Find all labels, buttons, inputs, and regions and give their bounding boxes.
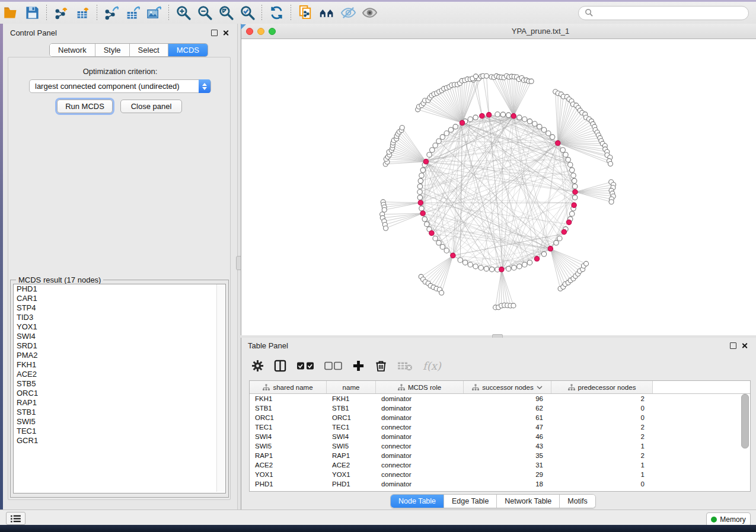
network-graph[interactable] [241,39,756,335]
table-row[interactable]: YOX1YOX1connector291 [250,470,750,479]
open-session-button[interactable] [0,4,21,22]
mcds-result-item[interactable]: PHD1 [14,284,225,294]
export-table-button[interactable] [122,4,143,22]
control-panel-header: Control Panel [3,24,237,41]
mcds-result-item[interactable]: SWI5 [14,417,225,427]
cell-successor-nodes: 47 [464,424,551,431]
mcds-result-item[interactable]: STP4 [14,303,225,313]
mcds-result-item[interactable]: ACE2 [14,370,225,379]
mcds-result-item[interactable]: RAP1 [14,398,225,408]
tab-network-table[interactable]: Network Table [497,495,560,508]
float-panel-icon[interactable] [211,30,218,36]
table-row[interactable]: RAP1RAP1dominator352 [250,451,750,460]
select-all-button[interactable] [296,360,314,372]
table-row[interactable]: SWI4SWI4dominator462 [250,432,750,441]
save-session-button[interactable] [21,4,43,22]
cell-name: YOX1 [327,471,376,478]
function-builder-button[interactable]: f(x) [423,360,441,372]
tab-edge-table[interactable]: Edge Table [444,495,497,508]
mcds-result-item[interactable]: CAR1 [14,294,225,303]
attribute-tree-icon [263,384,270,391]
columns-button[interactable] [274,360,286,372]
table-toolbar: f(x) [251,355,749,376]
cell-shared-name: PHD1 [250,480,327,488]
mcds-result-item[interactable]: FKH1 [14,360,225,370]
mcds-result-item[interactable]: ORC1 [14,389,225,398]
close-table-panel-icon[interactable] [741,342,748,349]
tab-network[interactable]: Network [50,44,95,56]
refresh-layout-button[interactable] [266,4,287,22]
first-neighbors-button[interactable] [316,4,337,22]
tab-motifs[interactable]: Motifs [560,495,595,508]
mcds-result-item[interactable]: STB1 [14,408,225,417]
tab-node-table[interactable]: Node Table [391,495,444,508]
optimization-criterion-label: Optimization criterion: [3,67,237,76]
mcds-result-item[interactable]: SRD1 [14,341,225,351]
network-window-titlebar[interactable]: YPA_prune.txt_1 [241,24,756,39]
cell-name: TEC1 [327,424,376,431]
zoom-out-button[interactable] [194,4,215,22]
cell-name: PHD1 [327,480,376,488]
mcds-result-item[interactable]: GCR1 [14,436,225,446]
tab-mcds[interactable]: MCDS [168,44,208,56]
table-row[interactable]: TEC1TEC1connector472 [250,422,750,432]
optimization-criterion-select[interactable]: largest connected component (undirected) [29,79,211,93]
run-mcds-button[interactable]: Run MCDS [57,100,113,113]
zoom-fit-button[interactable] [215,4,237,22]
zoom-out-icon [197,5,213,21]
table-row[interactable]: PHD1PHD1dominator180 [250,479,750,489]
table-row[interactable]: ACE2ACE2connector311 [250,460,750,470]
tab-select[interactable]: Select [130,44,168,56]
mcds-result-item[interactable]: PMA2 [14,351,225,360]
show-all-button[interactable] [359,4,380,22]
new-network-from-selection-button[interactable] [295,4,316,22]
add-row-button[interactable] [352,360,365,372]
cell-shared-name: FKH1 [250,395,327,402]
mcds-result-list[interactable]: PHD1CAR1STP4TID3YOX1SWI4SRD1PMA2FKH1ACE2… [13,284,226,493]
task-history-button[interactable] [6,512,25,525]
cell-MCDS-role: dominator [376,405,464,412]
float-table-panel-icon[interactable] [730,342,736,349]
zoom-in-button[interactable] [173,4,194,22]
cell-MCDS-role: dominator [376,452,464,459]
deselect-all-icon [324,360,342,372]
hide-selected-button[interactable] [337,4,359,22]
mcds-result-item[interactable]: STB5 [14,379,225,389]
close-panel-icon[interactable] [222,30,229,36]
table-row[interactable]: FKH1FKH1dominator962 [250,394,750,403]
import-network-button[interactable] [50,4,72,22]
cell-successor-nodes: 31 [464,462,551,469]
mcds-result-item[interactable]: TEC1 [14,427,225,436]
export-image-button[interactable] [143,4,165,22]
mcds-list-scrollbar[interactable] [216,284,225,492]
table-scrollbar-thumb[interactable] [741,394,749,448]
column-header-predecessor-nodes[interactable]: predecessor nodes [551,381,653,393]
settings-gear-button[interactable] [251,360,264,372]
table-row[interactable]: STB1STB1dominator620 [250,403,750,413]
column-header-MCDS-role[interactable]: MCDS role [376,381,464,393]
table-row[interactable]: SWI5SWI5connector431 [250,441,750,451]
delete-table-button[interactable] [397,360,413,372]
close-panel-button[interactable]: Close panel [120,100,182,113]
table-row[interactable]: ORC1ORC1dominator610 [250,413,750,422]
import-table-button[interactable] [72,4,93,22]
mcds-result-item[interactable]: TID3 [14,313,225,322]
delete-row-button[interactable] [375,360,387,372]
export-network-icon [104,5,120,21]
search-input[interactable] [578,6,749,20]
zoom-selected-button[interactable] [237,4,258,22]
cell-name: STB1 [327,405,376,412]
tab-style[interactable]: Style [95,44,130,56]
mcds-result-item[interactable]: SWI4 [14,332,225,341]
desktop-bottom-edge [0,525,756,532]
mcds-result-item[interactable]: YOX1 [14,322,225,332]
cell-name: RAP1 [327,452,376,459]
cell-predecessor-nodes: 1 [551,462,653,469]
open-session-icon [3,5,19,21]
deselect-all-button[interactable] [324,360,342,372]
column-header-shared-name[interactable]: shared name [250,381,327,393]
column-header-name[interactable]: name [327,381,376,393]
export-network-button[interactable] [101,4,122,22]
column-header-successor-nodes[interactable]: successor nodes [464,381,551,393]
new-network-from-selection-icon [298,5,314,21]
